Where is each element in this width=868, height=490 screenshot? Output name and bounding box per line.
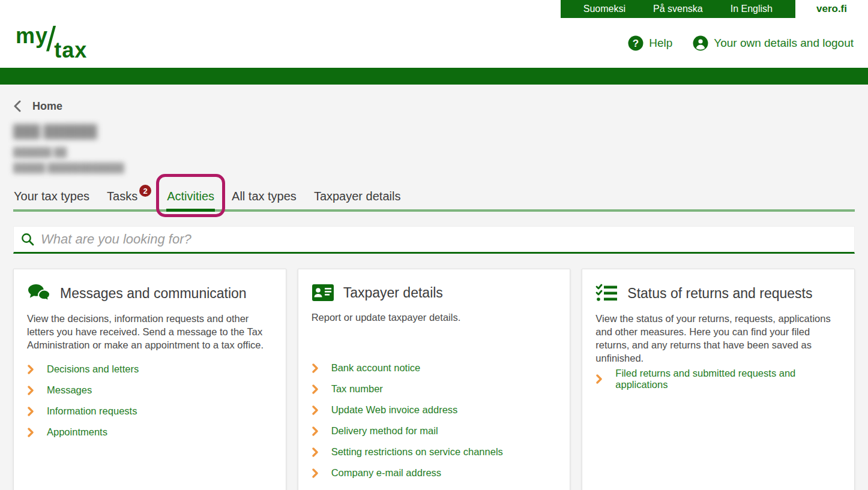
link-label: Delivery method for mail: [331, 425, 438, 437]
card-title: Status of returns and requests: [627, 285, 812, 302]
language-link-in-english[interactable]: In English: [731, 4, 773, 14]
tasks-badge: 2: [139, 185, 151, 197]
chevron-right-icon: [27, 407, 34, 416]
logo-text-tax: tax: [54, 40, 87, 61]
chevron-right-icon: [312, 405, 319, 415]
link-label: Setting restrictions on service channels: [331, 446, 503, 458]
language-link-suomeksi[interactable]: Suomeksi: [583, 4, 625, 14]
link-label: Company e-mail address: [331, 467, 441, 479]
link-messages[interactable]: Messages: [27, 384, 273, 396]
link-setting-restrictions-on-service-channels[interactable]: Setting restrictions on service channels: [312, 446, 557, 458]
tab-tasks-label: Tasks: [107, 190, 137, 203]
activity-cards: Messages and communication View the deci…: [13, 269, 855, 490]
checklist-icon: [595, 284, 618, 303]
chevron-right-icon: [312, 426, 319, 436]
account-logout-button[interactable]: Your own details and logout: [693, 35, 854, 51]
tab-taxpayer-details[interactable]: Taxpayer details: [313, 186, 402, 212]
help-label: Help: [649, 37, 672, 50]
link-decisions-and-letters[interactable]: Decisions and letters: [27, 363, 273, 375]
help-icon: ?: [628, 35, 643, 51]
chevron-left-icon: [13, 100, 22, 112]
card-links: Bank account notice Tax number Update We…: [312, 362, 557, 479]
tab-your-tax-types[interactable]: Your tax types: [13, 186, 90, 212]
taxpayer-profile-block: ███ ██████ ██████ ██ █████ ████████████: [13, 124, 855, 173]
tab-tasks[interactable]: Tasks2: [106, 186, 150, 212]
card-links: Filed returns and submitted requests and…: [595, 368, 841, 390]
card-header: Status of returns and requests: [595, 284, 841, 303]
link-delivery-method-for-mail[interactable]: Delivery method for mail: [312, 425, 557, 437]
link-label: Filed returns and submitted requests and…: [615, 368, 841, 390]
chevron-right-icon: [27, 386, 34, 395]
card-title: Messages and communication: [60, 285, 247, 302]
breadcrumb[interactable]: Home: [13, 99, 855, 113]
link-label: Update Web invoice address: [331, 404, 458, 416]
card-header: Taxpayer details: [312, 284, 557, 302]
language-bar: Suomeksi På svenska In English: [561, 0, 795, 18]
link-company-email-address[interactable]: Company e-mail address: [312, 467, 557, 479]
chevron-right-icon: [312, 468, 319, 478]
link-label: Appointments: [47, 426, 107, 438]
tab-bar: Your tax types Tasks2 Activities All tax…: [13, 186, 855, 212]
link-tax-number[interactable]: Tax number: [312, 383, 557, 395]
card-title: Taxpayer details: [343, 285, 443, 301]
taxpayer-name-redacted: ███ ██████: [13, 124, 97, 139]
link-label: Tax number: [331, 383, 383, 395]
main-content: Home ███ ██████ ██████ ██ █████ ████████…: [0, 99, 868, 490]
taxpayer-address-redacted: ██████ ██: [13, 147, 855, 157]
card-description: View the decisions, information requests…: [27, 312, 273, 360]
chevron-right-icon: [27, 428, 34, 437]
logo-text-my: my: [16, 25, 48, 47]
card-description: Report or update taxpayer details.: [312, 311, 557, 359]
verofi-link[interactable]: vero.fi: [816, 3, 847, 15]
tab-all-tax-types[interactable]: All tax types: [231, 186, 297, 212]
card-taxpayer-details: Taxpayer details Report or update taxpay…: [298, 269, 571, 490]
chat-bubbles-icon: [27, 284, 51, 303]
link-appointments[interactable]: Appointments: [27, 426, 273, 438]
chevron-right-icon: [312, 447, 319, 457]
link-bank-account-notice[interactable]: Bank account notice: [312, 362, 557, 374]
card-description: View the status of your returns, request…: [595, 312, 841, 365]
mytax-logo[interactable]: my / tax: [16, 25, 87, 61]
link-update-web-invoice-address[interactable]: Update Web invoice address: [312, 404, 557, 416]
card-status-of-returns-and-requests: Status of returns and requests View the …: [582, 269, 855, 490]
header: my / tax ? Help Your own details and log…: [0, 18, 868, 68]
breadcrumb-home-link[interactable]: Home: [32, 100, 62, 113]
chevron-right-icon: [595, 374, 603, 384]
top-strip: Suomeksi På svenska In English vero.fi: [0, 0, 868, 18]
help-button[interactable]: ? Help: [628, 35, 672, 51]
chevron-right-icon: [312, 363, 319, 373]
link-filed-returns-and-submitted-requests[interactable]: Filed returns and submitted requests and…: [595, 368, 841, 390]
language-link-pa-svenska[interactable]: På svenska: [653, 4, 703, 14]
taxpayer-city-redacted: █████ ████████████: [13, 163, 855, 173]
chevron-right-icon: [312, 384, 319, 394]
link-label: Messages: [47, 384, 92, 396]
chevron-right-icon: [27, 365, 34, 374]
tab-activities-wrap: Activities: [166, 186, 215, 212]
verofi-box: vero.fi: [795, 0, 868, 18]
link-label: Decisions and letters: [47, 363, 139, 375]
green-band: [0, 68, 868, 85]
id-card-icon: [312, 284, 334, 302]
tab-activities[interactable]: Activities: [166, 186, 215, 212]
link-information-requests[interactable]: Information requests: [27, 405, 273, 417]
account-logout-label: Your own details and logout: [714, 37, 854, 50]
user-icon: [693, 35, 708, 51]
svg-text:?: ?: [633, 38, 639, 49]
card-header: Messages and communication: [27, 284, 273, 303]
search-input[interactable]: [41, 232, 848, 247]
search-bar: [13, 226, 855, 254]
card-messages-and-communication: Messages and communication View the deci…: [13, 269, 286, 490]
header-actions: ? Help Your own details and logout: [628, 35, 854, 51]
card-links: Decisions and letters Messages Informati…: [27, 363, 273, 438]
link-label: Information requests: [47, 405, 137, 417]
link-label: Bank account notice: [331, 362, 421, 374]
search-icon: [20, 232, 35, 246]
